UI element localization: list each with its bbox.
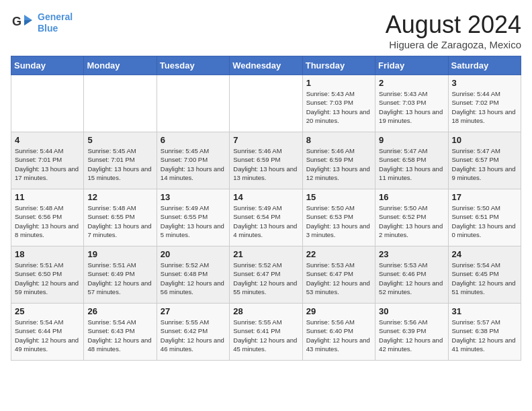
- day-info: Sunrise: 5:49 AM Sunset: 6:54 PM Dayligh…: [233, 203, 298, 239]
- day-cell: [230, 75, 302, 132]
- day-cell: 13Sunrise: 5:49 AM Sunset: 6:55 PM Dayli…: [157, 189, 229, 246]
- day-info: Sunrise: 5:51 AM Sunset: 6:49 PM Dayligh…: [87, 261, 152, 296]
- day-info: Sunrise: 5:45 AM Sunset: 7:01 PM Dayligh…: [87, 146, 152, 182]
- day-number: 20: [161, 249, 226, 259]
- day-info: Sunrise: 5:48 AM Sunset: 6:55 PM Dayligh…: [87, 203, 152, 239]
- day-number: 26: [87, 306, 152, 316]
- logo-text: General Blue: [38, 11, 73, 34]
- day-info: Sunrise: 5:52 AM Sunset: 6:48 PM Dayligh…: [161, 261, 226, 296]
- day-number: 1: [306, 78, 371, 88]
- day-cell: [84, 75, 157, 132]
- day-info: Sunrise: 5:53 AM Sunset: 6:47 PM Dayligh…: [306, 261, 371, 296]
- day-cell: 14Sunrise: 5:49 AM Sunset: 6:54 PM Dayli…: [230, 189, 302, 246]
- logo-line1: General: [38, 11, 73, 22]
- day-cell: 17Sunrise: 5:50 AM Sunset: 6:51 PM Dayli…: [448, 189, 521, 246]
- day-number: 23: [379, 249, 444, 259]
- day-info: Sunrise: 5:56 AM Sunset: 6:39 PM Dayligh…: [379, 318, 444, 353]
- day-cell: 19Sunrise: 5:51 AM Sunset: 6:49 PM Dayli…: [84, 246, 157, 304]
- day-info: Sunrise: 5:57 AM Sunset: 6:38 PM Dayligh…: [452, 318, 517, 353]
- day-info: Sunrise: 5:53 AM Sunset: 6:46 PM Dayligh…: [379, 261, 444, 296]
- day-cell: 24Sunrise: 5:54 AM Sunset: 6:45 PM Dayli…: [448, 246, 521, 304]
- day-number: 29: [306, 306, 371, 316]
- header-row: SundayMondayTuesdayWednesdayThursdayFrid…: [11, 56, 521, 75]
- day-cell: 4Sunrise: 5:44 AM Sunset: 7:01 PM Daylig…: [11, 132, 84, 189]
- day-info: Sunrise: 5:54 AM Sunset: 6:45 PM Dayligh…: [452, 261, 517, 296]
- day-cell: 5Sunrise: 5:45 AM Sunset: 7:01 PM Daylig…: [84, 132, 157, 189]
- day-cell: 11Sunrise: 5:48 AM Sunset: 6:56 PM Dayli…: [11, 189, 84, 246]
- day-number: 28: [233, 306, 298, 316]
- calendar-table: SundayMondayTuesdayWednesdayThursdayFrid…: [11, 56, 521, 361]
- day-cell: 26Sunrise: 5:54 AM Sunset: 6:43 PM Dayli…: [84, 304, 157, 361]
- day-info: Sunrise: 5:55 AM Sunset: 6:42 PM Dayligh…: [161, 318, 226, 353]
- day-cell: [11, 75, 84, 132]
- day-cell: 31Sunrise: 5:57 AM Sunset: 6:38 PM Dayli…: [448, 304, 521, 361]
- day-number: 2: [379, 78, 444, 88]
- day-info: Sunrise: 5:54 AM Sunset: 6:44 PM Dayligh…: [15, 318, 80, 353]
- calendar-title: August 2024: [386, 11, 521, 39]
- day-number: 30: [379, 306, 444, 316]
- day-number: 24: [452, 249, 517, 259]
- day-number: 16: [379, 192, 444, 202]
- day-number: 4: [15, 135, 80, 145]
- col-header-wednesday: Wednesday: [230, 56, 302, 75]
- day-cell: [157, 75, 229, 132]
- day-info: Sunrise: 5:46 AM Sunset: 6:59 PM Dayligh…: [306, 146, 371, 182]
- day-cell: 8Sunrise: 5:46 AM Sunset: 6:59 PM Daylig…: [302, 132, 375, 189]
- day-number: 10: [452, 135, 517, 145]
- day-cell: 23Sunrise: 5:53 AM Sunset: 6:46 PM Dayli…: [375, 246, 448, 304]
- col-header-monday: Monday: [84, 56, 157, 75]
- day-number: 22: [306, 249, 371, 259]
- day-number: 31: [452, 306, 517, 316]
- day-cell: 3Sunrise: 5:44 AM Sunset: 7:02 PM Daylig…: [448, 75, 521, 132]
- day-cell: 21Sunrise: 5:52 AM Sunset: 6:47 PM Dayli…: [230, 246, 302, 304]
- svg-text:G: G: [12, 15, 21, 28]
- day-cell: 12Sunrise: 5:48 AM Sunset: 6:55 PM Dayli…: [84, 189, 157, 246]
- day-number: 11: [15, 192, 80, 202]
- week-row-4: 18Sunrise: 5:51 AM Sunset: 6:50 PM Dayli…: [11, 246, 521, 304]
- day-number: 5: [87, 135, 152, 145]
- day-number: 12: [87, 192, 152, 202]
- logo: G General Blue: [11, 11, 73, 35]
- day-number: 6: [161, 135, 226, 145]
- col-header-sunday: Sunday: [11, 56, 84, 75]
- day-info: Sunrise: 5:56 AM Sunset: 6:40 PM Dayligh…: [306, 318, 371, 353]
- day-info: Sunrise: 5:50 AM Sunset: 6:51 PM Dayligh…: [452, 203, 517, 239]
- day-number: 15: [306, 192, 371, 202]
- day-cell: 9Sunrise: 5:47 AM Sunset: 6:58 PM Daylig…: [375, 132, 448, 189]
- day-number: 17: [452, 192, 517, 202]
- day-number: 18: [15, 249, 80, 259]
- day-cell: 16Sunrise: 5:50 AM Sunset: 6:52 PM Dayli…: [375, 189, 448, 246]
- day-number: 9: [379, 135, 444, 145]
- day-cell: 20Sunrise: 5:52 AM Sunset: 6:48 PM Dayli…: [157, 246, 229, 304]
- day-number: 19: [87, 249, 152, 259]
- day-cell: 25Sunrise: 5:54 AM Sunset: 6:44 PM Dayli…: [11, 304, 84, 361]
- day-info: Sunrise: 5:48 AM Sunset: 6:56 PM Dayligh…: [15, 203, 80, 239]
- day-number: 25: [15, 306, 80, 316]
- day-cell: 15Sunrise: 5:50 AM Sunset: 6:53 PM Dayli…: [302, 189, 375, 246]
- day-cell: 6Sunrise: 5:45 AM Sunset: 7:00 PM Daylig…: [157, 132, 229, 189]
- week-row-1: 1Sunrise: 5:43 AM Sunset: 7:03 PM Daylig…: [11, 75, 521, 132]
- week-row-3: 11Sunrise: 5:48 AM Sunset: 6:56 PM Dayli…: [11, 189, 521, 246]
- day-cell: 30Sunrise: 5:56 AM Sunset: 6:39 PM Dayli…: [375, 304, 448, 361]
- day-info: Sunrise: 5:51 AM Sunset: 6:50 PM Dayligh…: [15, 261, 80, 296]
- day-cell: 7Sunrise: 5:46 AM Sunset: 6:59 PM Daylig…: [230, 132, 302, 189]
- day-info: Sunrise: 5:50 AM Sunset: 6:52 PM Dayligh…: [379, 203, 444, 239]
- day-number: 3: [452, 78, 517, 88]
- day-cell: 2Sunrise: 5:43 AM Sunset: 7:03 PM Daylig…: [375, 75, 448, 132]
- day-info: Sunrise: 5:44 AM Sunset: 7:01 PM Dayligh…: [15, 146, 80, 182]
- day-info: Sunrise: 5:52 AM Sunset: 6:47 PM Dayligh…: [233, 261, 298, 296]
- logo-line2: Blue: [38, 23, 58, 34]
- day-info: Sunrise: 5:44 AM Sunset: 7:02 PM Dayligh…: [452, 89, 517, 125]
- day-cell: 10Sunrise: 5:47 AM Sunset: 6:57 PM Dayli…: [448, 132, 521, 189]
- week-row-5: 25Sunrise: 5:54 AM Sunset: 6:44 PM Dayli…: [11, 304, 521, 361]
- header: G General Blue August 2024 Higuera de Za…: [11, 11, 521, 50]
- day-cell: 27Sunrise: 5:55 AM Sunset: 6:42 PM Dayli…: [157, 304, 229, 361]
- day-cell: 29Sunrise: 5:56 AM Sunset: 6:40 PM Dayli…: [302, 304, 375, 361]
- day-number: 7: [233, 135, 298, 145]
- day-info: Sunrise: 5:54 AM Sunset: 6:43 PM Dayligh…: [87, 318, 152, 353]
- day-info: Sunrise: 5:43 AM Sunset: 7:03 PM Dayligh…: [379, 89, 444, 125]
- day-cell: 18Sunrise: 5:51 AM Sunset: 6:50 PM Dayli…: [11, 246, 84, 304]
- day-cell: 28Sunrise: 5:55 AM Sunset: 6:41 PM Dayli…: [230, 304, 302, 361]
- logo-icon: G: [11, 11, 35, 35]
- col-header-tuesday: Tuesday: [157, 56, 229, 75]
